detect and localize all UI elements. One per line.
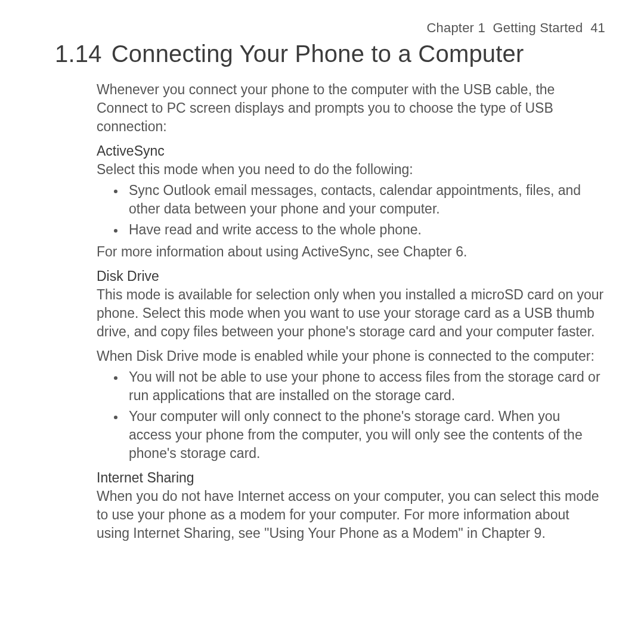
list-item: Sync Outlook email messages, contacts, c… (125, 181, 605, 218)
diskdrive-lead2: When Disk Drive mode is enabled while yo… (97, 347, 605, 366)
subheading-internet: Internet Sharing (97, 469, 605, 487)
intro-paragraph: Whenever you connect your phone to the c… (97, 80, 605, 136)
page: Chapter 1 Getting Started 41 1.14 Connec… (0, 0, 644, 644)
section-number: 1.14 (55, 41, 102, 67)
section-heading: 1.14 Connecting Your Phone to a Computer (55, 41, 605, 67)
list-item: You will not be able to use your phone t… (125, 368, 605, 405)
internet-body: When you do not have Internet access on … (97, 487, 605, 543)
diskdrive-lead1: This mode is available for selection onl… (97, 286, 605, 341)
subheading-activesync: ActiveSync (97, 142, 605, 160)
body: Whenever you connect your phone to the c… (97, 80, 605, 543)
list-item: Have read and write access to the whole … (125, 221, 605, 239)
activesync-list: Sync Outlook email messages, contacts, c… (97, 181, 605, 239)
diskdrive-list: You will not be able to use your phone t… (97, 368, 605, 463)
list-item: Your computer will only connect to the p… (125, 407, 605, 463)
running-header: Chapter 1 Getting Started 41 (58, 20, 605, 36)
chapter-label: Chapter 1 (426, 20, 485, 35)
chapter-title: Getting Started (493, 20, 583, 35)
activesync-tail: For more information about using ActiveS… (97, 243, 605, 261)
activesync-lead: Select this mode when you need to do the… (97, 160, 605, 179)
page-number: 41 (590, 20, 605, 35)
subheading-diskdrive: Disk Drive (97, 267, 605, 286)
section-title: Connecting Your Phone to a Computer (112, 41, 524, 67)
